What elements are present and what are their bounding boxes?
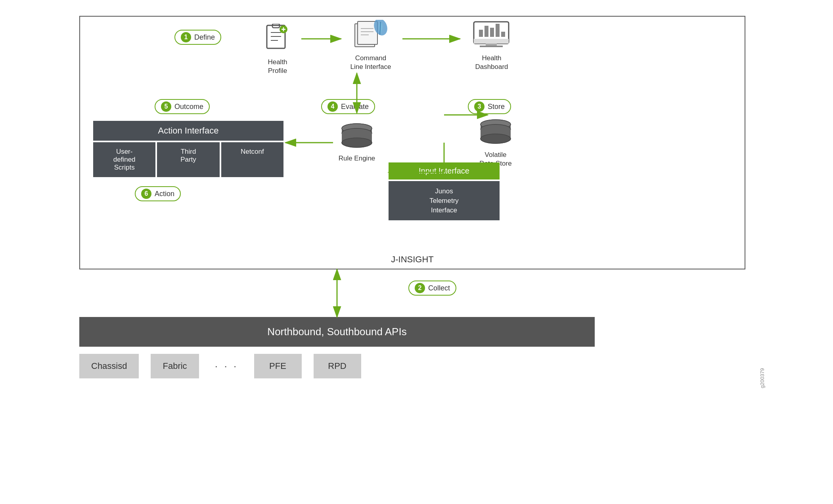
third-party-item: ThirdParty [157, 142, 219, 177]
step3-num: 3 [474, 101, 484, 112]
bottom-components: Chassisd Fabric · · · PFE RPD [79, 353, 595, 380]
junos-telemetry-box: JunosTelemetryInterface [389, 181, 500, 220]
svg-point-30 [342, 138, 372, 147]
step6-badge: 6 Action [135, 186, 181, 201]
action-interface-header: Action Interface [93, 121, 283, 141]
step4-num: 4 [327, 101, 338, 112]
health-dashboard-label: HealthDashboard [464, 54, 519, 71]
svg-rect-20 [484, 26, 488, 37]
svg-rect-19 [479, 30, 483, 37]
svg-rect-16 [474, 39, 509, 44]
dots-separator: · · · [211, 353, 242, 380]
input-interface-header: Input Interface [389, 162, 500, 179]
health-profile-label: HealthProfile [258, 58, 297, 75]
jinsight-label: J-INSIGHT [391, 254, 434, 265]
step4-badge: 4 Evaluate [321, 99, 375, 114]
step1-num: 1 [181, 32, 191, 42]
volatile-store-node: VolatileData Store [468, 119, 523, 168]
user-scripts-item: User-definedScripts [93, 142, 155, 177]
cli-icon [345, 20, 396, 52]
volatile-store-icon [478, 119, 513, 147]
health-profile-node: HealthProfile [258, 24, 297, 75]
rpd-box: RPD [314, 354, 361, 378]
step1-label: Define [194, 33, 215, 42]
step5-badge: 5 Outcome [155, 99, 210, 114]
input-interface-box: Input Interface JunosTelemetryInterface [389, 162, 500, 220]
health-dashboard-icon [464, 20, 519, 52]
chassisd-box: Chassisd [79, 354, 139, 378]
svg-rect-21 [490, 28, 494, 37]
cli-node: CommandLine Interface [345, 20, 396, 71]
watermark: g200379 [759, 368, 765, 388]
rule-engine-node: Rule Engine [335, 123, 379, 162]
action-interface-items: User-definedScripts ThirdParty Netconf [93, 142, 283, 177]
health-profile-icon [258, 24, 297, 56]
rule-engine-icon [339, 123, 375, 151]
fabric-box: Fabric [151, 354, 199, 378]
svg-rect-23 [501, 32, 505, 37]
apis-bar: Northbound, Southbound APIs [79, 317, 595, 347]
step2-label: Collect [428, 284, 450, 292]
svg-rect-18 [480, 46, 503, 47]
netconf-item: Netconf [221, 142, 283, 177]
step5-num: 5 [161, 101, 171, 112]
svg-point-37 [481, 134, 511, 143]
step1-badge: 1 Define [174, 30, 221, 45]
action-interface-box: Action Interface User-definedScripts Thi… [93, 121, 283, 177]
svg-rect-22 [496, 24, 500, 37]
step3-badge: 3 Store [468, 99, 511, 114]
step6-label: Action [155, 190, 174, 198]
step3-label: Store [488, 103, 505, 111]
rule-engine-label: Rule Engine [335, 155, 379, 162]
step5-label: Outcome [174, 103, 203, 111]
step6-num: 6 [141, 189, 151, 199]
step2-num: 2 [415, 283, 425, 293]
health-dashboard-node: HealthDashboard [464, 20, 519, 71]
pfe-box: PFE [254, 354, 302, 378]
step2-badge: 2 Collect [408, 281, 456, 296]
step4-label: Evaluate [341, 103, 369, 111]
cli-label: CommandLine Interface [345, 54, 396, 71]
